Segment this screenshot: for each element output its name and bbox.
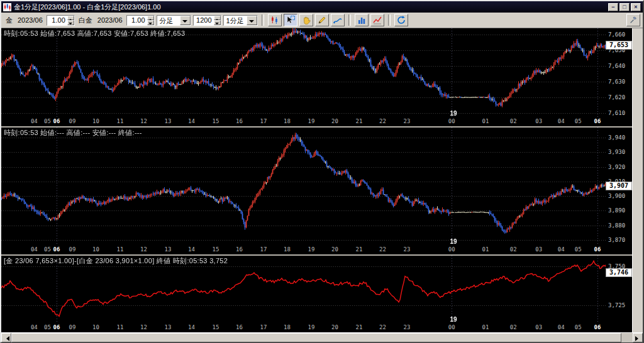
refresh-icon — [396, 15, 406, 25]
time-axis-label: 20 — [331, 118, 338, 124]
time-axis-label: 01 — [482, 324, 489, 330]
gold-last-price-badge: 7,653 — [606, 41, 632, 50]
main-toolbar: 金 2023/06 1.00 白金 2023/06 1.00 分足 1200 1… — [1, 13, 643, 28]
time-axis-label: 04 — [558, 246, 565, 253]
time-axis-label: 14 — [188, 118, 195, 124]
arrow-left-icon — [4, 336, 9, 341]
price-tick-label: 3,870 — [608, 237, 625, 243]
time-axis-label: 15 — [213, 118, 219, 124]
price-tick-label: 3,880 — [608, 222, 625, 229]
time-axis-label: 14 — [188, 324, 195, 330]
maximize-button[interactable]: □ — [619, 3, 630, 11]
minimize-button[interactable]: − — [608, 3, 618, 11]
spin-down-icon[interactable] — [67, 20, 74, 25]
refresh-icon-button[interactable] — [394, 14, 408, 26]
time-axis-label: 02 — [510, 246, 517, 253]
time-axis: 0405060910111213141516171819202122230001… — [1, 117, 606, 126]
platinum-label: 白金 — [79, 16, 92, 25]
panel-config-icon-button[interactable] — [626, 14, 640, 26]
interval-combobox[interactable]: 分足 — [157, 15, 191, 26]
spin-down-icon[interactable] — [147, 20, 154, 25]
time-axis-label: 19 — [308, 246, 315, 253]
title-bar[interactable]: 金1分足[2023/06]1.00 - 白金1分足[2023/06]1.00 −… — [1, 1, 643, 13]
price-tick-label: 7,610 — [608, 110, 625, 116]
interval-value: 分足 — [157, 16, 180, 25]
gold-ratio-spin-buttons[interactable] — [67, 16, 74, 25]
time-axis-label: 16 — [236, 324, 243, 330]
gold-price-axis: 7,653 7,6607,6507,6407,6307,6207,610 — [606, 28, 632, 117]
crosshair-select-icon-button[interactable] — [284, 14, 297, 26]
time-axis-label: 13 — [165, 246, 172, 253]
spin-up-icon[interactable] — [67, 16, 74, 21]
price-tick-label: 7,620 — [608, 94, 625, 101]
bar-chart-icon-button[interactable] — [355, 14, 369, 26]
bar-count-spin-buttons[interactable] — [214, 16, 221, 25]
price-tick-label: 3,940 — [608, 134, 625, 141]
chevron-down-icon[interactable] — [180, 16, 191, 25]
time-axis-label: 11 — [117, 246, 124, 253]
chevron-down-icon[interactable] — [247, 16, 257, 25]
time-axis-label: 20 — [331, 246, 338, 253]
platinum-ratio-spinner[interactable]: 1.00 — [126, 15, 155, 26]
gold-ratio-spinner[interactable]: 1.00 — [47, 15, 75, 26]
scroll-right-button[interactable] — [633, 333, 643, 342]
scroll-left-button[interactable] — [1, 333, 11, 342]
time-axis-label: 04 — [31, 118, 38, 124]
time-axis-label: 22 — [379, 324, 386, 330]
time-axis: 0405060910111213141516171819202122230001… — [1, 324, 606, 332]
time-axis-label: 06 — [53, 246, 60, 253]
time-axis-label: 13 — [165, 118, 172, 124]
time-axis-label: 05 — [44, 246, 51, 253]
time-axis-label: 11 — [117, 324, 124, 330]
hand-pan-icon-button[interactable] — [299, 14, 313, 26]
time-axis-label: 03 — [535, 246, 542, 253]
time-axis-label: 09 — [69, 246, 76, 253]
spread-chart-canvas[interactable] — [1, 256, 606, 324]
time-axis-label: 12 — [140, 324, 147, 330]
time-axis: 0405060910111213141516171819202122230001… — [1, 246, 606, 254]
candlestick-chart-icon — [270, 15, 280, 25]
freehand-pen-icon-button[interactable] — [331, 14, 345, 26]
platinum-ohlc-info: 時刻:05:53 始値:--- 高値:--- 安値:--- 終値:--- — [4, 128, 142, 138]
bar-count-spinner[interactable]: 1200 — [193, 15, 221, 26]
time-axis-label: 17 — [260, 246, 267, 253]
candlestick-chart-icon-button[interactable] — [268, 14, 282, 26]
time-axis-label: 10 — [92, 324, 99, 330]
time-axis-label: 22 — [379, 246, 386, 253]
spin-up-icon[interactable] — [214, 16, 221, 21]
time-axis-label: 12 — [140, 118, 147, 124]
hscroll-thumb[interactable] — [11, 333, 621, 342]
time-axis-label: 15 — [213, 324, 219, 330]
spin-down-icon[interactable] — [214, 20, 221, 25]
vertical-scrollbar[interactable] — [632, 28, 643, 332]
time-axis-label: 00 — [448, 324, 455, 330]
platinum-month[interactable]: 2023/06 — [96, 16, 125, 24]
time-axis-label: 19 — [308, 118, 315, 124]
platinum-chart-canvas[interactable] — [1, 128, 606, 246]
timeframe-combobox[interactable]: 1分足 — [223, 15, 258, 26]
time-axis-label: 04 — [31, 246, 38, 253]
time-axis-label: 23 — [404, 118, 411, 124]
price-tick-label: 7,640 — [608, 63, 625, 69]
line-chart-icon-button[interactable] — [370, 14, 384, 26]
time-axis-label: 20 — [331, 324, 338, 330]
platinum-ratio-value: 1.00 — [127, 16, 147, 25]
time-axis-label: 00 — [448, 246, 455, 253]
spin-up-icon[interactable] — [147, 16, 154, 21]
close-button[interactable]: × — [631, 3, 641, 11]
time-axis-label: 03 — [535, 324, 542, 330]
pencil-draw-icon-button[interactable] — [315, 14, 329, 26]
date-marker: 19 — [450, 238, 457, 245]
spread-price-axis: 3,746 3,7503,725 — [606, 256, 632, 324]
time-axis-label: 21 — [356, 246, 363, 253]
platinum-ratio-spin-buttons[interactable] — [147, 16, 154, 25]
time-axis-label: 16 — [236, 118, 243, 124]
time-axis-label: 18 — [284, 118, 291, 124]
horizontal-scrollbar[interactable] — [1, 332, 643, 342]
platinum-last-price-badge: 3,907 — [606, 182, 632, 190]
gold-chart-canvas[interactable] — [1, 28, 606, 117]
price-tick-label: 3,725 — [608, 302, 625, 308]
gold-month[interactable]: 2023/06 — [16, 16, 45, 24]
price-tick-label: 7,660 — [608, 31, 625, 38]
time-axis-label: 12 — [140, 246, 147, 253]
